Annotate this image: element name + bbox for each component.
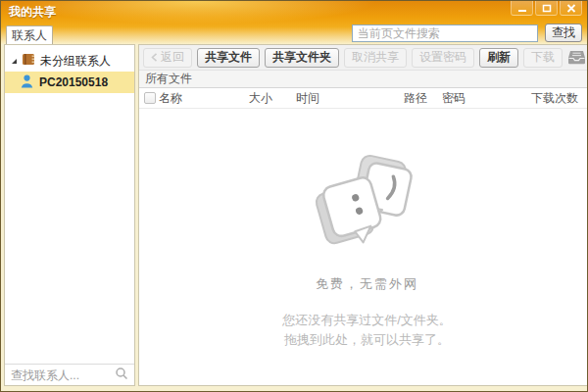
expand-arrow-icon — [12, 59, 17, 64]
share-panel: 返回 共享文件 共享文件夹 取消共享 设置密码 刷新 下载 所有文件 — [138, 44, 588, 386]
select-all-checkbox[interactable] — [144, 92, 156, 104]
find-button[interactable]: 查找 — [545, 24, 582, 42]
tree-contact-label: PC20150518 — [39, 75, 108, 89]
download-inbox-icon[interactable] — [567, 50, 586, 65]
column-time: 时间 — [296, 90, 404, 107]
share-file-button[interactable]: 共享文件 — [197, 48, 260, 68]
column-name: 名称 — [159, 90, 249, 107]
maximize-button[interactable] — [535, 1, 558, 16]
tree-contact-selected[interactable]: PC20150518 — [5, 72, 134, 93]
close-button[interactable] — [560, 1, 582, 16]
empty-hint: 您还没有共享过文件/文件夹。 拖拽到此处，就可以共享了。 — [282, 311, 452, 350]
empty-hint-line2: 拖拽到此处，就可以共享了。 — [282, 330, 452, 350]
window-controls — [511, 1, 582, 16]
empty-hint-line1: 您还没有共享过文件/文件夹。 — [282, 311, 452, 330]
titlebar: 我的共享 — [1, 1, 587, 23]
download-button[interactable]: 下载 — [523, 48, 563, 68]
window-body: 未分组联系人 PC20150518 — [4, 44, 584, 386]
set-password-button[interactable]: 设置密码 — [412, 48, 474, 68]
book-icon — [22, 53, 35, 69]
contact-search-input[interactable] — [11, 368, 115, 382]
app-window: 我的共享 联系人 — [0, 0, 588, 392]
column-password: 密码 — [442, 90, 531, 107]
close-icon — [566, 0, 576, 17]
cancel-share-button[interactable]: 取消共享 — [344, 48, 407, 68]
share-folder-button[interactable]: 共享文件夹 — [265, 48, 339, 68]
empty-drop-zone[interactable]: 免费，无需外网 您还没有共享过文件/文件夹。 拖拽到此处，就可以共享了。 — [139, 109, 588, 385]
contacts-tree: 未分组联系人 PC20150518 — [5, 45, 134, 364]
minimize-button[interactable] — [511, 1, 533, 16]
window-title: 我的共享 — [9, 4, 56, 21]
file-search-input[interactable] — [352, 24, 538, 42]
column-path: 路径 — [404, 90, 442, 107]
tree-group-label: 未分组联系人 — [40, 53, 111, 70]
toolbar: 返回 共享文件 共享文件夹 取消共享 设置密码 刷新 下载 — [139, 45, 588, 71]
breadcrumb: 所有文件 — [139, 71, 588, 88]
column-downloads: 下载次数 — [531, 90, 588, 107]
table-header: 名称 大小 时间 路径 密码 下载次数 — [139, 88, 588, 109]
contacts-sidebar: 未分组联系人 PC20150518 — [4, 44, 135, 386]
tab-contacts[interactable]: 联系人 — [6, 25, 53, 44]
search-icon — [115, 367, 128, 384]
contact-search-bar — [5, 364, 134, 385]
person-icon — [21, 74, 33, 91]
back-button-label: 返回 — [161, 49, 184, 66]
back-button[interactable]: 返回 — [143, 48, 192, 68]
select-all-cell — [139, 92, 159, 104]
mascot-tagline: 免费，无需外网 — [316, 275, 418, 293]
mascot-speech-cubes-icon — [306, 154, 429, 270]
file-search-bar: 查找 — [352, 24, 582, 42]
refresh-button[interactable]: 刷新 — [479, 48, 518, 68]
chevron-left-icon — [151, 51, 158, 65]
column-size: 大小 — [249, 90, 296, 107]
tree-group-ungrouped[interactable]: 未分组联系人 — [5, 50, 134, 72]
minimize-icon — [517, 0, 527, 17]
maximize-icon — [542, 0, 552, 17]
header-zone: 我的共享 联系人 — [1, 1, 587, 44]
